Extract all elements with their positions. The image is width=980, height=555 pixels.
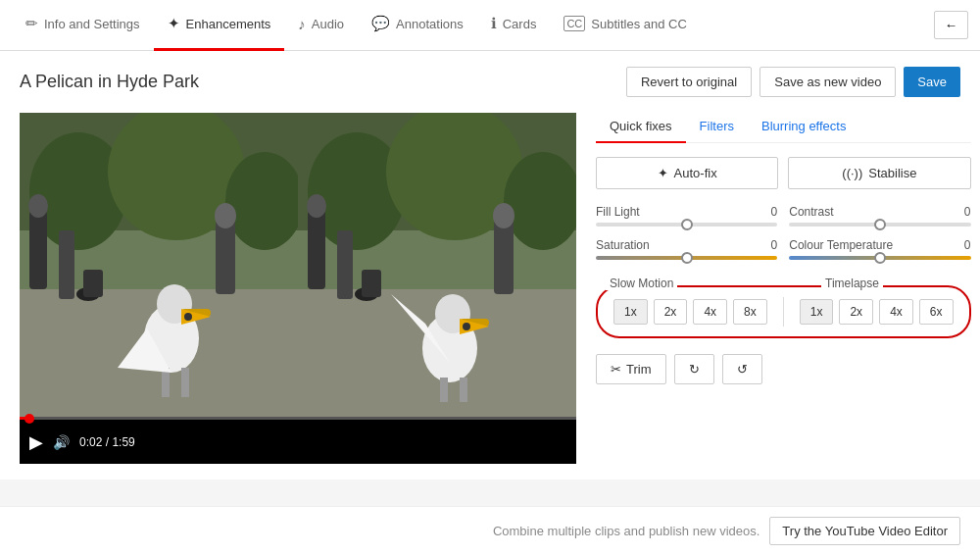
video-frames [20, 113, 576, 417]
stabilise-button[interactable]: ((·)) Stabilise [788, 157, 970, 189]
title-actions: Revert to original Save as new video Sav… [626, 67, 960, 97]
title-bar: A Pelican in Hyde Park Revert to origina… [20, 67, 960, 97]
rotate-right-icon: ↻ [689, 362, 700, 377]
enhancements-panel: Quick fixes Filters Blurring effects ✦ A… [596, 113, 971, 464]
rotate-left-button[interactable]: ↺ [722, 354, 762, 384]
svg-point-31 [493, 203, 514, 228]
autofix-button[interactable]: ✦ Auto-fix [596, 157, 778, 189]
trim-icon: ✂ [611, 362, 621, 377]
rotate-right-button[interactable]: ↻ [674, 354, 714, 384]
svg-rect-38 [440, 378, 448, 402]
tab-blurring[interactable]: Blurring effects [748, 113, 859, 143]
svg-point-10 [215, 203, 236, 228]
timelapse-group: 1x 2x 4x 6x [800, 299, 954, 325]
svg-rect-33 [362, 270, 381, 297]
nav-info-settings[interactable]: ✏ Info and Settings [12, 0, 154, 51]
fill-light-slider[interactable] [596, 223, 777, 227]
slow-motion-8x[interactable]: 8x [733, 299, 767, 325]
trim-button[interactable]: ✂ Trim [596, 354, 666, 384]
play-button[interactable]: ▶ [29, 431, 43, 453]
nav-audio[interactable]: ♪ Audio [284, 0, 358, 51]
audio-icon: ♪ [298, 16, 306, 32]
timelapse-6x[interactable]: 6x [919, 299, 954, 325]
left-sliders: Fill Light 0 Saturation 0 [596, 205, 777, 272]
svg-rect-27 [308, 211, 325, 289]
svg-rect-8 [59, 230, 74, 299]
timelapse-2x[interactable]: 2x [839, 299, 873, 325]
annotations-icon: 💬 [371, 15, 390, 32]
nav-annotations[interactable]: 💬 Annotations [358, 0, 477, 51]
contrast-slider-row: Contrast 0 [789, 205, 970, 227]
nav-enhancements[interactable]: ✦ Enhancements [154, 0, 285, 51]
colour-temp-slider[interactable] [789, 256, 970, 260]
effect-buttons-row: ✦ Auto-fix ((·)) Stabilise [596, 157, 971, 189]
speed-divider [783, 297, 784, 327]
sliders-area: Fill Light 0 Saturation 0 [596, 205, 971, 272]
stabilise-icon: ((·)) [842, 166, 862, 180]
svg-rect-6 [29, 211, 47, 289]
tab-filters[interactable]: Filters [686, 113, 748, 143]
cc-icon: CC [564, 16, 585, 31]
volume-button[interactable]: 🔊 [53, 434, 70, 450]
revert-button[interactable]: Revert to original [626, 67, 752, 97]
editor-area: ▶ 🔊 0:02 / 1:59 Quick fixes Filters Blur… [20, 113, 960, 464]
saturation-slider-row: Saturation 0 [596, 238, 777, 260]
speed-section: Slow Motion Timelapse 1x 2x 4x 8x 1x 2x [596, 285, 971, 338]
svg-point-40 [463, 323, 470, 330]
quick-fixes-panel: ✦ Auto-fix ((·)) Stabilise Fill Light [596, 157, 971, 384]
video-preview: ▶ 🔊 0:02 / 1:59 [20, 113, 576, 464]
wand-icon: ✦ [658, 166, 668, 180]
video-controls: ▶ 🔊 0:02 / 1:59 [20, 420, 576, 464]
svg-rect-39 [460, 378, 467, 402]
svg-rect-30 [494, 221, 514, 294]
right-sliders: Contrast 0 Colour Temperature 0 [789, 205, 970, 272]
slow-motion-4x[interactable]: 4x [693, 299, 727, 325]
svg-rect-12 [83, 270, 103, 297]
svg-rect-9 [216, 221, 235, 294]
back-button[interactable]: ← [934, 11, 968, 39]
pencil-icon: ✏ [25, 15, 38, 32]
nav-cards[interactable]: ℹ Cards [477, 0, 551, 51]
slow-motion-label: Slow Motion [606, 277, 677, 290]
try-editor-button[interactable]: Try the YouTube Video Editor [769, 517, 960, 545]
enhancements-icon: ✦ [168, 15, 180, 32]
top-navigation: ✏ Info and Settings ✦ Enhancements ♪ Aud… [0, 0, 980, 51]
svg-point-28 [307, 194, 326, 218]
slow-motion-2x[interactable]: 2x [654, 299, 688, 325]
nav-subtitles[interactable]: CC Subtitles and CC [550, 0, 700, 51]
footer-bar: Combine multiple clips and publish new v… [0, 506, 980, 555]
video-title: A Pelican in Hyde Park [20, 72, 199, 92]
info-circle-icon: ℹ [491, 15, 497, 32]
timelapse-1x[interactable]: 1x [800, 299, 834, 325]
footer-text: Combine multiple clips and publish new v… [493, 524, 760, 538]
slow-motion-1x[interactable]: 1x [613, 299, 648, 325]
svg-rect-18 [181, 368, 189, 397]
tab-quick-fixes[interactable]: Quick fixes [596, 113, 686, 143]
timelapse-label: Timelapse [821, 277, 883, 290]
contrast-slider[interactable] [789, 223, 970, 227]
bottom-actions: ✂ Trim ↻ ↺ [596, 354, 971, 384]
speed-section-border: 1x 2x 4x 8x 1x 2x 4x 6x [596, 285, 971, 338]
svg-point-19 [184, 313, 192, 321]
tabs: Quick fixes Filters Blurring effects [596, 113, 971, 143]
time-display: 0:02 / 1:59 [79, 435, 135, 449]
colour-temp-slider-row: Colour Temperature 0 [789, 238, 970, 260]
fill-light-slider-row: Fill Light 0 [596, 205, 777, 227]
timelapse-4x[interactable]: 4x [879, 299, 913, 325]
svg-point-7 [28, 194, 48, 218]
saturation-slider[interactable] [596, 256, 777, 260]
save-button[interactable]: Save [904, 67, 960, 97]
slow-motion-group: 1x 2x 4x 8x [613, 299, 767, 325]
rotate-left-icon: ↺ [737, 362, 748, 377]
svg-rect-29 [337, 230, 353, 299]
main-content: A Pelican in Hyde Park Revert to origina… [0, 51, 980, 479]
save-new-video-button[interactable]: Save as new video [760, 67, 896, 97]
